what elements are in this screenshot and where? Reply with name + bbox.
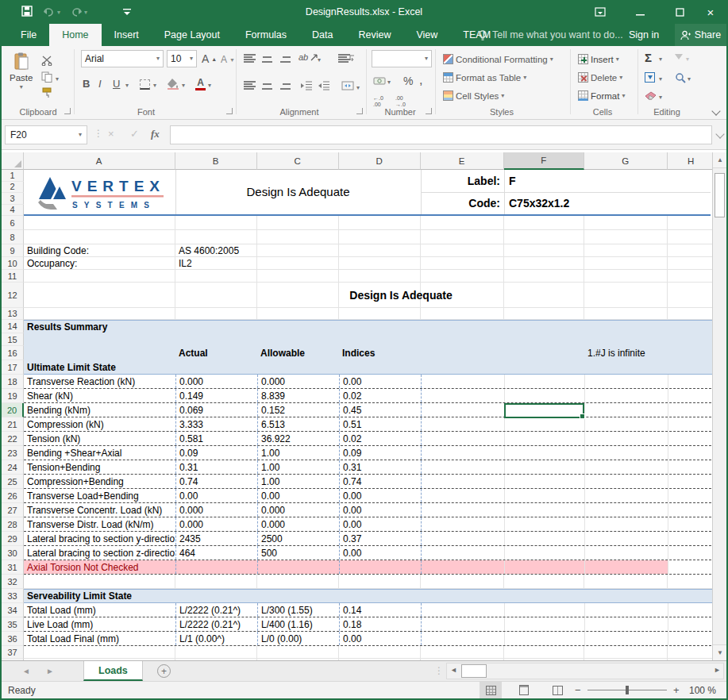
cell-A23[interactable]: Bending +Shear+Axial bbox=[24, 446, 175, 460]
name-box[interactable]: F20▾ bbox=[5, 125, 87, 144]
autosum-dropdown-icon[interactable]: ▾ bbox=[659, 56, 662, 63]
cell-B25[interactable]: 0.74 bbox=[175, 475, 257, 488]
cell-F32[interactable] bbox=[504, 575, 584, 588]
row-header-8[interactable]: 8 bbox=[2, 230, 24, 244]
cell-H19[interactable] bbox=[668, 389, 712, 402]
row-header-31[interactable]: 31 bbox=[2, 560, 24, 575]
paste-dropdown-icon[interactable]: ▾ bbox=[20, 84, 23, 90]
row-header-30[interactable]: 30 bbox=[2, 546, 24, 560]
cell-D16[interactable]: Indices bbox=[339, 346, 421, 360]
cell-A37[interactable] bbox=[24, 646, 175, 658]
zoom-slider-handle[interactable] bbox=[626, 686, 629, 694]
fill-dropdown-icon[interactable]: ▾ bbox=[659, 76, 662, 83]
cell-A24[interactable]: Tension+Bending bbox=[24, 460, 175, 474]
row-header-11[interactable]: 11 bbox=[2, 270, 24, 283]
cell-D11[interactable] bbox=[339, 270, 421, 282]
cell-G24[interactable] bbox=[584, 460, 668, 474]
cell-F28[interactable] bbox=[504, 517, 584, 531]
tab-scroll-right-icon[interactable]: ► bbox=[46, 667, 54, 675]
column-header-G[interactable]: G bbox=[584, 152, 668, 170]
autosum-button[interactable]: Σ bbox=[645, 51, 652, 64]
tab-scroll-left-icon[interactable]: ◄ bbox=[22, 667, 30, 675]
font-color-button[interactable]: A bbox=[195, 78, 206, 90]
cell-D31[interactable] bbox=[339, 560, 421, 574]
cell-E8[interactable] bbox=[421, 230, 504, 244]
cell-B31[interactable] bbox=[175, 560, 257, 574]
cell-G8[interactable] bbox=[584, 230, 668, 244]
cell-D37[interactable] bbox=[339, 646, 421, 658]
cell-H34[interactable] bbox=[668, 603, 712, 617]
borders-dropdown-icon[interactable]: ▾ bbox=[153, 83, 156, 89]
cell-E23[interactable] bbox=[421, 446, 504, 460]
align-right-icon[interactable] bbox=[279, 81, 291, 90]
format-cells-button[interactable]: Format▾ bbox=[578, 90, 625, 101]
row-header-4[interactable]: 4 bbox=[2, 205, 24, 217]
cell-C23[interactable]: 1.00 bbox=[257, 446, 339, 460]
cell-D17[interactable] bbox=[339, 360, 421, 374]
menu-tab-file[interactable]: File bbox=[8, 24, 49, 46]
minimize-button[interactable] bbox=[622, 0, 657, 24]
cell-A35[interactable]: Live Load (mm) bbox=[24, 617, 175, 631]
cell-F34[interactable] bbox=[504, 603, 584, 617]
clear-dropdown-icon[interactable]: ▾ bbox=[659, 94, 662, 101]
column-header-D[interactable]: D bbox=[339, 152, 421, 170]
cell-D32[interactable] bbox=[339, 575, 421, 588]
row-header-14[interactable]: 14 bbox=[2, 320, 24, 333]
percent-style-button[interactable]: % bbox=[403, 75, 413, 87]
row-header-13[interactable]: 13 bbox=[2, 308, 24, 320]
menu-tab-formulas[interactable]: Formulas bbox=[233, 24, 299, 46]
code-value[interactable]: C75x32x1.2 bbox=[509, 192, 569, 214]
cell-F11[interactable] bbox=[504, 270, 584, 282]
cell-C13[interactable] bbox=[257, 308, 339, 319]
cell-B16[interactable]: Actual bbox=[175, 346, 257, 360]
cell-G32[interactable] bbox=[584, 575, 668, 588]
close-button[interactable]: × bbox=[693, 0, 728, 24]
orientation-dropdown-icon[interactable]: ▾ bbox=[318, 57, 321, 63]
horizontal-scrollbar[interactable]: ◄ ► bbox=[446, 663, 724, 679]
cell-D6[interactable] bbox=[339, 216, 421, 229]
align-left-icon[interactable] bbox=[244, 81, 256, 90]
number-format-select[interactable]: ▾ bbox=[372, 50, 432, 67]
row-header-2[interactable]: 2 bbox=[2, 182, 24, 194]
cell-B10[interactable]: IL2 bbox=[175, 257, 257, 269]
format-painter-icon[interactable] bbox=[41, 87, 53, 98]
menu-tab-data[interactable]: Data bbox=[299, 24, 345, 46]
cell-G36[interactable] bbox=[584, 632, 668, 645]
cell-D24[interactable]: 0.31 bbox=[339, 460, 421, 474]
cell-G19[interactable] bbox=[584, 389, 668, 402]
cell-C21[interactable]: 6.513 bbox=[257, 417, 339, 431]
cell-F25[interactable] bbox=[504, 475, 584, 488]
row-header-6[interactable]: 6 bbox=[2, 216, 24, 230]
cell-A8[interactable] bbox=[24, 230, 175, 244]
cell-F29[interactable] bbox=[504, 532, 584, 545]
font-color-dropdown-icon[interactable]: ▾ bbox=[208, 83, 211, 89]
cell-G26[interactable] bbox=[584, 489, 668, 502]
row-header-36[interactable]: 36 bbox=[2, 632, 24, 646]
cell-G15[interactable] bbox=[584, 333, 668, 346]
cell-G14[interactable] bbox=[584, 321, 668, 333]
row-header-20[interactable]: 20 bbox=[2, 403, 24, 417]
cell-F24[interactable] bbox=[504, 460, 584, 474]
formula-input[interactable] bbox=[170, 125, 712, 144]
cell-C27[interactable]: 0.000 bbox=[257, 503, 339, 517]
cell-D19[interactable]: 0.02 bbox=[339, 389, 421, 402]
cell-E15[interactable] bbox=[421, 333, 504, 346]
cell-E25[interactable] bbox=[421, 475, 504, 488]
cell-H16[interactable] bbox=[668, 346, 712, 360]
row-header-32[interactable]: 32 bbox=[2, 575, 24, 589]
tab-bar-splitter[interactable]: ⋮ bbox=[434, 665, 444, 676]
format-as-table-button[interactable]: Format as Table▾ bbox=[443, 72, 526, 83]
sign-in-button[interactable]: Sign in bbox=[629, 24, 659, 46]
paste-button[interactable]: Paste ▾ bbox=[10, 52, 33, 90]
cell-C30[interactable]: 500 bbox=[257, 546, 339, 560]
cell-D28[interactable]: 0.00 bbox=[339, 517, 421, 531]
cell-C9[interactable] bbox=[257, 244, 339, 256]
enter-icon[interactable]: ✓ bbox=[130, 128, 139, 140]
cell-B11[interactable] bbox=[175, 270, 257, 282]
cell-G16[interactable]: 1.#J is infinite bbox=[584, 346, 668, 360]
cell-C28[interactable]: 0.000 bbox=[257, 517, 339, 531]
cell-D25[interactable]: 0.74 bbox=[339, 475, 421, 488]
row-header-1[interactable]: 1 bbox=[2, 170, 24, 182]
cell-H31[interactable] bbox=[668, 560, 712, 574]
cell-B24[interactable]: 0.31 bbox=[175, 460, 257, 474]
